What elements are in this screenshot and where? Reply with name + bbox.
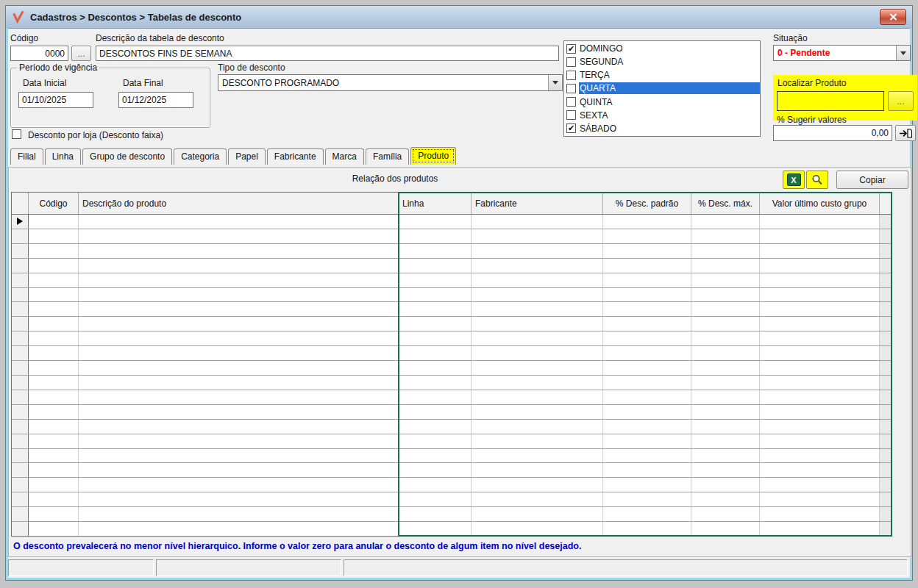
grid-cell[interactable] [603, 229, 691, 243]
grid-cell[interactable] [399, 361, 472, 375]
grid-cell[interactable] [691, 244, 760, 258]
grid-cell[interactable] [79, 449, 399, 463]
grid-cell[interactable] [691, 478, 760, 492]
grid-cell[interactable] [29, 463, 79, 477]
table-row[interactable] [12, 229, 892, 244]
grid-cell[interactable] [79, 522, 399, 536]
tab-filial[interactable]: Filial [10, 148, 43, 165]
grid-cell[interactable] [79, 273, 399, 287]
grid-cell[interactable] [603, 390, 691, 404]
row-selector-cell[interactable] [12, 331, 29, 345]
grid-cell[interactable] [79, 420, 399, 434]
grid-cell[interactable] [29, 302, 79, 316]
grid-cell[interactable] [603, 405, 691, 419]
localizar-produto-input[interactable] [777, 91, 884, 111]
situacao-combo[interactable]: 0 - Pendente [773, 45, 911, 61]
row-selector-cell[interactable] [12, 259, 29, 273]
grid-cell[interactable] [472, 390, 603, 404]
data-inicial-field[interactable]: 01/10/2025 [18, 92, 93, 108]
grid-cell[interactable] [691, 420, 760, 434]
grid-cell[interactable] [691, 302, 760, 316]
grid-cell[interactable] [79, 361, 399, 375]
grid-column-header[interactable]: Descrição do produto [79, 193, 399, 214]
grid-cell[interactable] [472, 434, 603, 448]
grid-cell[interactable] [79, 229, 399, 243]
grid-cell[interactable] [603, 215, 691, 229]
table-row[interactable] [12, 390, 892, 405]
table-row[interactable] [12, 317, 892, 331]
table-row[interactable] [12, 449, 892, 464]
tab-marca[interactable]: Marca [325, 148, 364, 165]
table-row[interactable] [12, 376, 892, 390]
grid-cell[interactable] [399, 478, 472, 492]
grid-cell[interactable] [691, 259, 760, 273]
row-selector-cell[interactable] [12, 361, 29, 375]
grid-cell[interactable] [472, 463, 603, 477]
grid-cell[interactable] [472, 244, 603, 258]
grid-cell[interactable] [760, 449, 880, 463]
grid-cell[interactable] [760, 331, 880, 345]
grid-cell[interactable] [603, 244, 691, 258]
grid-cell[interactable] [691, 229, 760, 243]
tipo-desconto-combo[interactable]: DESCONTO PROGRAMADO [218, 74, 563, 91]
grid-cell[interactable] [399, 390, 472, 404]
grid-cell[interactable] [603, 331, 691, 345]
grid-cell[interactable] [603, 317, 691, 331]
weekday-item[interactable]: SEXTA [564, 109, 760, 122]
grid-cell[interactable] [472, 259, 603, 273]
search-products-button[interactable] [806, 171, 828, 189]
row-selector-cell[interactable] [12, 317, 29, 331]
weekday-checkbox[interactable]: ✔ [566, 123, 576, 133]
grid-cell[interactable] [472, 449, 603, 463]
grid-cell[interactable] [760, 376, 880, 390]
table-row[interactable] [12, 302, 892, 317]
row-selector-cell[interactable] [12, 420, 29, 434]
tab-grupo-de-desconto[interactable]: Grupo de desconto [82, 148, 172, 165]
grid-cell[interactable] [29, 478, 79, 492]
table-row[interactable] [12, 288, 892, 303]
grid-cell[interactable] [29, 376, 79, 390]
grid-cell[interactable] [399, 346, 472, 360]
row-selector-cell[interactable] [12, 376, 29, 390]
grid-cell[interactable] [29, 449, 79, 463]
table-row[interactable] [12, 522, 892, 536]
grid-cell[interactable] [399, 492, 472, 506]
grid-cell[interactable] [29, 420, 79, 434]
tab-papel[interactable]: Papel [228, 148, 266, 165]
grid-cell[interactable] [472, 229, 603, 243]
tab-categoria[interactable]: Categoria [174, 148, 227, 165]
grid-cell[interactable] [79, 259, 399, 273]
grid-cell[interactable] [472, 273, 603, 287]
grid-cell[interactable] [691, 273, 760, 287]
grid-cell[interactable] [399, 229, 472, 243]
grid-cell[interactable] [691, 317, 760, 331]
table-row[interactable] [12, 331, 892, 346]
grid-cell[interactable] [603, 492, 691, 506]
grid-cell[interactable] [29, 492, 79, 506]
grid-cell[interactable] [399, 405, 472, 419]
grid-cell[interactable] [760, 478, 880, 492]
grid-cell[interactable] [691, 215, 760, 229]
grid-cell[interactable] [472, 507, 603, 521]
grid-cell[interactable] [760, 361, 880, 375]
weekday-checkbox[interactable]: ✔ [566, 44, 576, 54]
grid-cell[interactable] [760, 346, 880, 360]
grid-cell[interactable] [29, 405, 79, 419]
row-selector-cell[interactable] [12, 288, 29, 302]
grid-cell[interactable] [603, 273, 691, 287]
grid-cell[interactable] [691, 449, 760, 463]
grid-cell[interactable] [79, 478, 399, 492]
weekday-list[interactable]: ✔DOMINGOSEGUNDATERÇAQUARTAQUINTASEXTA✔SÁ… [563, 40, 761, 137]
weekday-item[interactable]: TERÇA [564, 68, 760, 82]
grid-cell[interactable] [760, 522, 880, 536]
weekday-checkbox[interactable] [566, 71, 576, 80]
grid-cell[interactable] [29, 229, 79, 243]
grid-cell[interactable] [760, 317, 880, 331]
codigo-browse-button[interactable]: ... [71, 46, 91, 61]
row-selector-cell[interactable] [12, 492, 29, 506]
grid-cell[interactable] [399, 463, 472, 477]
grid-cell[interactable] [399, 331, 472, 345]
grid-cell[interactable] [760, 288, 880, 302]
grid-column-header[interactable]: Código [29, 193, 79, 214]
grid-cell[interactable] [399, 317, 472, 331]
